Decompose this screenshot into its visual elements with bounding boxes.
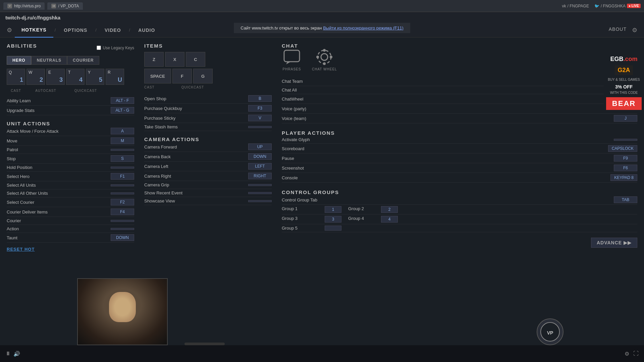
hold-position-key[interactable] [111, 167, 134, 169]
stop-key[interactable]: S [111, 155, 134, 162]
open-shop-key[interactable]: B [248, 95, 272, 102]
taunt-label: Taunt [7, 235, 111, 240]
attack-move-label: Attack Move / Force Attack [7, 129, 111, 134]
purchase-sticky-key[interactable]: V [248, 115, 272, 121]
browser-tab-virtus[interactable]: V http://virtus.pro [3, 2, 45, 10]
nav-audio[interactable]: AUDIO [131, 23, 162, 38]
ability-slot-3[interactable]: E 3 [46, 69, 65, 85]
courier-deliver-key[interactable]: F4 [111, 208, 134, 215]
gear-icon[interactable]: ⚙ [7, 26, 12, 34]
ability-slot-4[interactable]: T 4 [66, 69, 85, 85]
purchase-quickbuy-key[interactable]: F3 [248, 105, 272, 112]
g2a-sub: BUY & SELL GAMES [608, 78, 640, 81]
ability-learn-key[interactable]: ALT - F [111, 97, 134, 104]
camera-grip-key[interactable] [248, 184, 272, 186]
item-slots-container: Z X C SPACE F G CAST QUICKCAST [144, 52, 272, 89]
item-slot-f[interactable]: F [172, 69, 192, 83]
right-column: CHAT PHRASES [282, 43, 637, 357]
camera-right-key[interactable]: RIGHT [248, 173, 272, 179]
bottom-settings-icon[interactable]: ⚙ [625, 351, 629, 357]
screenshot-key[interactable]: F6 [614, 165, 637, 171]
group-5-row: Group 5 [282, 224, 637, 232]
upgrade-stats-key[interactable]: ALT - G [111, 107, 134, 114]
g2a-logo: G2A [615, 65, 633, 75]
play-pause-button[interactable]: ⏸ [5, 351, 11, 357]
volume-button[interactable]: 🔊 [13, 351, 20, 357]
ability-slot-1[interactable]: Q 1 [7, 69, 25, 85]
slot-key-r: R [108, 70, 111, 75]
pause-key[interactable]: F9 [614, 155, 637, 162]
tab-fngpage[interactable]: vk / FNGPAGE [562, 4, 589, 8]
group-3-key[interactable]: 3 [325, 216, 341, 223]
console-key[interactable]: KEYPAD 8 [610, 174, 637, 181]
select-all-units-key[interactable] [111, 184, 134, 186]
take-stash-key[interactable] [248, 126, 272, 128]
chat-team-row: Chat Team RETURN [282, 76, 637, 86]
control-group-tab-key[interactable]: TAB [614, 196, 637, 203]
item-slot-g[interactable]: G [193, 69, 213, 83]
hero-tabs: HERO NEUTRALS COURIER [7, 56, 134, 65]
slot-num-4: 4 [79, 76, 83, 83]
nav-hotkeys[interactable]: HOTKEYS [15, 23, 53, 38]
select-hero-key[interactable]: F1 [111, 173, 134, 180]
fullscreen-icon[interactable]: ⛶ [633, 351, 639, 357]
activate-glyph-key[interactable] [614, 139, 637, 141]
group-1-key[interactable]: 1 [325, 206, 341, 213]
fullscreen-exit-link[interactable]: Выйти из полноэкранного режима (F11) [323, 25, 404, 31]
reset-hotkeys-button[interactable]: RESET HOT [7, 247, 134, 252]
showcase-view-key[interactable] [248, 200, 272, 202]
group-5-key[interactable] [325, 226, 341, 231]
select-courier-key[interactable]: F2 [111, 199, 134, 205]
nav-about[interactable]: ABOUT [609, 26, 627, 34]
action-key[interactable] [111, 228, 134, 230]
show-recent-key[interactable] [248, 192, 272, 194]
chatwheel-row: ChatWheel ] [282, 94, 637, 104]
reset-hotkeys-label: RESET HOT [7, 247, 35, 252]
scoreboard-key[interactable]: CAPSLOCK [608, 145, 637, 152]
tab-fnggshka[interactable]: 🐦 / FNGGSHKA ● LIVE [594, 4, 641, 8]
fullscreen-text: Сайт www.twitch.tv открыт во весь экран [240, 25, 322, 31]
select-hero-row: Select Hero F1 [7, 172, 134, 181]
tab-icon-vpdota: vk [51, 4, 56, 8]
item-slot-z[interactable]: Z [144, 52, 164, 67]
patrol-key[interactable] [111, 149, 134, 151]
attack-move-key[interactable]: A [111, 128, 134, 134]
tab-hero[interactable]: HERO [7, 56, 31, 65]
ability-slot-5[interactable]: Y 5 [86, 69, 104, 85]
move-key[interactable]: M [111, 137, 134, 144]
screenshot-row: Screenshot F6 [282, 163, 637, 173]
svg-rect-0 [284, 50, 300, 62]
group-2-key[interactable]: 2 [381, 206, 398, 213]
taunt-key[interactable]: DOWN [111, 234, 134, 241]
advance-button[interactable]: ADVANCE ▶▶ [591, 238, 637, 248]
camera-forward-row: Camera Forward UP [144, 142, 272, 152]
nav-settings-icon[interactable]: ⚙ [632, 26, 637, 34]
camera-back-key[interactable]: DOWN [248, 153, 272, 160]
item-slot-c[interactable]: C [186, 52, 205, 67]
ability-slot-2[interactable]: W 2 [26, 69, 45, 85]
voice-team-key[interactable]: J [614, 115, 637, 122]
play-controls: ⏸ 🔊 [5, 351, 20, 357]
ability-slot-6[interactable]: R U [106, 69, 124, 85]
nav-options[interactable]: OPTIONS [57, 23, 94, 38]
slot-key-q: Q [9, 70, 12, 75]
courier-key[interactable] [111, 220, 134, 222]
camera-left-key[interactable]: LEFT [248, 163, 272, 170]
nav-video[interactable]: VIDEO [98, 23, 128, 38]
legacy-keys-label[interactable]: Use Legacy Keys [97, 46, 134, 50]
select-all-other-row: Select All Other Units [7, 189, 134, 197]
tab-courier[interactable]: COURIER [67, 56, 99, 65]
browser-tab-vpdota[interactable]: vk / VP_DOTA [47, 2, 83, 10]
chat-all-label: Chat All [282, 87, 614, 93]
tab-neutrals[interactable]: NEUTRALS [31, 56, 67, 65]
taunt-row: Taunt DOWN [7, 233, 134, 243]
select-all-other-key[interactable] [111, 192, 134, 194]
legacy-keys-checkbox[interactable] [97, 46, 101, 50]
scrollbar[interactable] [184, 343, 225, 345]
svg-point-7 [330, 56, 332, 58]
group-4-key[interactable]: 4 [381, 216, 398, 223]
item-slot-x[interactable]: X [165, 52, 184, 67]
camera-forward-key[interactable]: UP [248, 143, 272, 150]
courier-label: Courier [7, 218, 111, 223]
item-slot-space[interactable]: SPACE [144, 69, 171, 83]
